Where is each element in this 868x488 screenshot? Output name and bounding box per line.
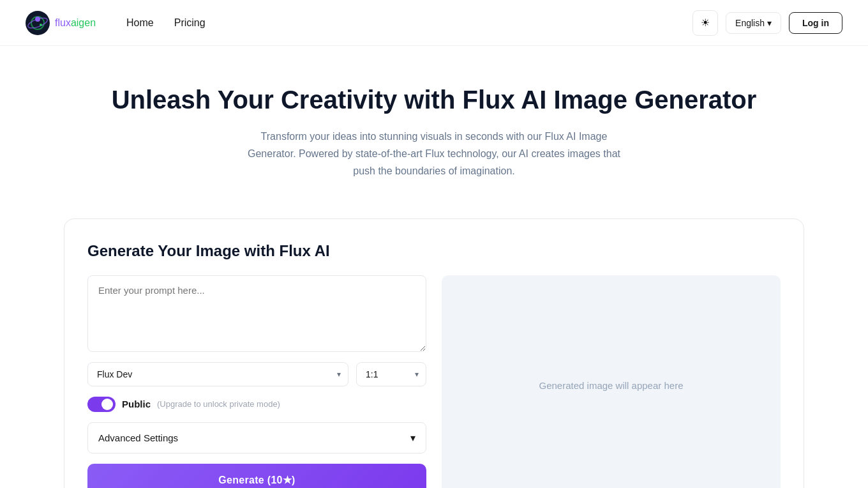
svg-point-4 (40, 24, 42, 26)
logo-text: fluxaigen (55, 17, 96, 29)
nav-home[interactable]: Home (126, 17, 154, 29)
nav: Home Pricing (126, 17, 206, 29)
nav-pricing[interactable]: Pricing (174, 17, 206, 29)
model-select[interactable]: Flux Dev Flux Pro Flux Schnell (87, 362, 348, 386)
language-label: English (735, 18, 765, 28)
chevron-down-icon: ▾ (767, 18, 772, 28)
prompt-textarea[interactable] (87, 275, 426, 352)
hero-title: Unleash Your Creativity with Flux AI Ima… (26, 84, 842, 115)
ratio-select[interactable]: 1:1 4:3 16:9 9:16 3:4 (356, 362, 426, 386)
main-card: Generate Your Image with Flux AI Flux De… (64, 218, 804, 488)
toggle-label: Public (122, 399, 151, 409)
sun-icon: ☀ (701, 17, 710, 29)
generate-button[interactable]: Generate (10★) (87, 464, 426, 488)
card-title: Generate Your Image with Flux AI (87, 242, 781, 260)
advanced-settings-label: Advanced Settings (98, 432, 178, 443)
toggle-row: Public (Upgrade to unlock private mode) (87, 397, 426, 412)
toggle-slider (87, 397, 116, 412)
toggle-upgrade-text: (Upgrade to unlock private mode) (157, 399, 280, 409)
theme-toggle-button[interactable]: ☀ (692, 10, 718, 36)
language-selector-button[interactable]: English ▾ (726, 12, 781, 34)
privacy-toggle[interactable] (87, 397, 116, 412)
login-button[interactable]: Log in (789, 12, 842, 34)
logo[interactable]: fluxaigen (26, 11, 96, 35)
header-left: fluxaigen Home Pricing (26, 11, 206, 35)
advanced-settings-row[interactable]: Advanced Settings ▾ (87, 422, 426, 454)
card-content: Flux Dev Flux Pro Flux Schnell ▾ 1:1 4:3… (87, 275, 781, 488)
hero-subtitle: Transform your ideas into stunning visua… (243, 128, 625, 180)
ratio-select-wrapper: 1:1 4:3 16:9 9:16 3:4 ▾ (356, 362, 426, 386)
selects-row: Flux Dev Flux Pro Flux Schnell ▾ 1:1 4:3… (87, 362, 426, 386)
left-panel: Flux Dev Flux Pro Flux Schnell ▾ 1:1 4:3… (87, 275, 426, 488)
image-preview-panel: Generated image will appear here (442, 275, 781, 488)
logo-icon (26, 11, 50, 35)
model-select-wrapper: Flux Dev Flux Pro Flux Schnell ▾ (87, 362, 348, 386)
advanced-settings-chevron-icon: ▾ (410, 432, 415, 444)
header-right: ☀ English ▾ Log in (692, 10, 842, 36)
svg-point-3 (35, 17, 40, 22)
image-placeholder-text: Generated image will appear here (539, 380, 684, 391)
hero-section: Unleash Your Creativity with Flux AI Ima… (0, 46, 868, 206)
